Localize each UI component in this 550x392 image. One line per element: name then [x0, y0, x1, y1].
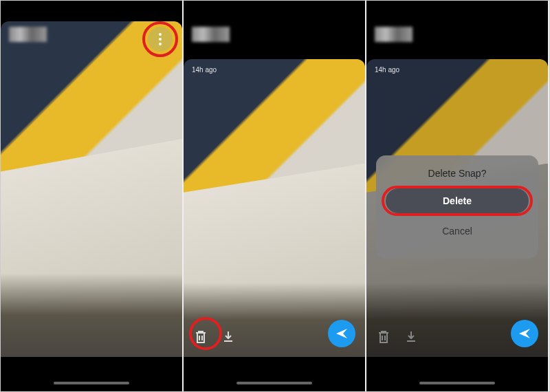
- snap-photo: [184, 59, 365, 357]
- send-button[interactable]: [328, 320, 355, 347]
- trash-icon[interactable]: [193, 329, 208, 345]
- send-icon: [335, 327, 349, 340]
- snap-photo: [1, 21, 182, 357]
- more-vertical-icon: [159, 33, 162, 45]
- timestamp-label: 14h ago: [375, 66, 399, 74]
- more-options-button[interactable]: [148, 27, 173, 52]
- user-avatar[interactable]: [375, 27, 412, 42]
- download-icon[interactable]: [404, 329, 419, 345]
- bottom-action-bar: [376, 329, 419, 345]
- user-avatar[interactable]: [192, 27, 230, 42]
- screenshot-2: 14h ago: [184, 1, 366, 391]
- delete-confirmation-dialog: Delete Snap? Delete Cancel: [376, 155, 538, 259]
- home-indicator: [236, 382, 312, 384]
- bottom-action-bar: [193, 329, 236, 345]
- timestamp-label: 14h ago: [192, 66, 217, 74]
- send-icon: [518, 327, 531, 340]
- home-indicator: [54, 382, 129, 384]
- user-avatar[interactable]: [9, 27, 47, 42]
- screenshot-1: [1, 1, 184, 391]
- download-icon[interactable]: [221, 329, 236, 345]
- home-indicator: [419, 382, 495, 384]
- screenshot-3: 14h ago Delete Snap? Delete Cancel: [366, 1, 549, 391]
- cancel-button[interactable]: Cancel: [386, 219, 529, 243]
- send-button[interactable]: [511, 320, 538, 347]
- delete-button[interactable]: Delete: [386, 188, 529, 213]
- trash-icon[interactable]: [376, 329, 391, 345]
- dialog-title: Delete Snap?: [386, 168, 529, 179]
